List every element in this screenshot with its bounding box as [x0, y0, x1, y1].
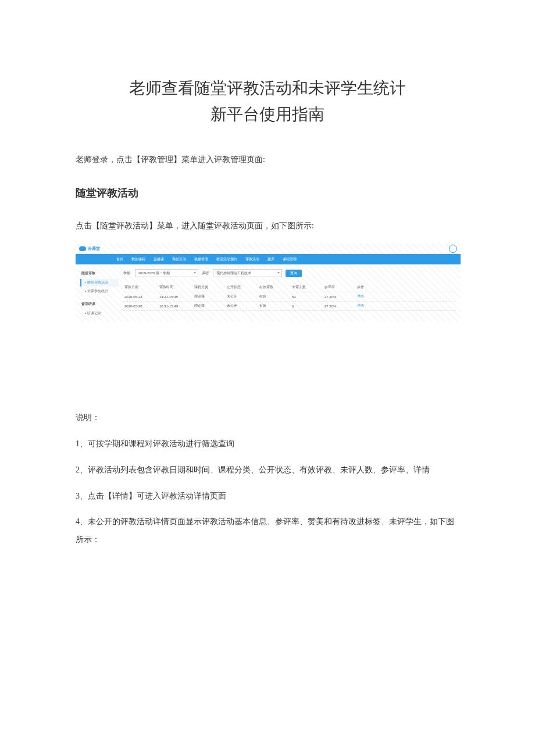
- cell-rate: 27.20%: [324, 304, 357, 308]
- title-line-2: 新平台使用指南: [76, 102, 459, 128]
- note-item: 1、可按学期和课程对评教活动进行筛选查询: [76, 435, 459, 453]
- select-course-value: 现代控制理论工程技术: [216, 271, 251, 275]
- cell-eff: 有效: [259, 303, 292, 309]
- cell-time: 10:31-15:49: [159, 304, 194, 308]
- embedded-screenshot: 云课堂 首页 我的课程 直播课 课堂互动 视频管理 教室活动预约 评教活动 题库…: [76, 243, 461, 322]
- nav-my-courses[interactable]: 我的课程: [131, 257, 145, 262]
- nav-eval[interactable]: 评教活动: [245, 257, 259, 262]
- title-line-1: 老师查看随堂评教活动和未评学生统计: [76, 76, 459, 102]
- note-item: 2、评教活动列表包含评教日期和时间、课程分类、公开状态、有效评教、未评人数、参评…: [76, 461, 459, 479]
- cell-cat: 理论课: [194, 294, 227, 299]
- cell-time: 14:21-15:45: [159, 295, 194, 299]
- document-page: 老师查看随堂评教活动和未评学生统计 新平台使用指南 老师登录，点击【评教管理】菜…: [0, 0, 535, 756]
- filter-bar: 学期: 2019-2020 第二学期 课程: 现代控制理论工程技术 查询: [123, 269, 456, 277]
- cell-open: 未公开: [227, 294, 259, 299]
- detail-link[interactable]: 详情: [357, 294, 380, 299]
- col-eff: 有效评教: [259, 285, 292, 290]
- cell-cat: 理论课: [194, 303, 227, 309]
- app-header: 云课堂: [76, 243, 461, 254]
- cell-no: 6: [292, 304, 324, 308]
- cell-rate: 27.20%: [324, 295, 357, 299]
- select-term-value: 2019-2020 第二学期: [138, 271, 170, 275]
- notes-header: 说明：: [76, 409, 459, 427]
- table-header-row: 评教日期 评教时间 课程分类 公开状态 有效评教 未评人数 参评率 操作: [123, 283, 456, 292]
- app-logo[interactable]: 云课堂: [79, 246, 100, 252]
- cell-date: 2020-05-24: [124, 295, 159, 299]
- col-time: 评教时间: [159, 285, 194, 290]
- nav-interact[interactable]: 课堂互动: [172, 257, 186, 262]
- notes-section: 说明： 1、可按学期和课程对评教活动进行筛选查询 2、评教活动列表包含评教日期和…: [76, 409, 459, 549]
- note-item: 4、未公开的评教活动详情页面显示评教活动基本信息、参评率、赞美和有待改进标签、未…: [76, 513, 459, 549]
- nav-room-booking[interactable]: 教室活动预约: [216, 257, 237, 262]
- sidebar-item-eval-activity[interactable]: • 随堂评教活动: [80, 279, 119, 286]
- note-item: 3、点击【详情】可进入评教活动详情页面: [76, 488, 459, 506]
- nav-live[interactable]: 直播课: [154, 257, 164, 262]
- label-term: 学期:: [123, 271, 131, 276]
- nav-video[interactable]: 视频管理: [194, 257, 208, 262]
- eval-table: 评教日期 评教时间 课程分类 公开状态 有效评教 未评人数 参评率 操作 202…: [123, 283, 456, 311]
- app-body: 随堂评教 • 随堂评教活动 • 未评学生统计 督导听课 • 听课记录 学期: 2…: [76, 264, 461, 322]
- sidebar: 随堂评教 • 随堂评教活动 • 未评学生统计 督导听课 • 听课记录: [80, 269, 119, 317]
- document-title: 老师查看随堂评教活动和未评学生统计 新平台使用指南: [76, 76, 459, 128]
- user-avatar-icon[interactable]: [449, 245, 457, 253]
- col-no: 未评人数: [292, 285, 324, 290]
- col-op: 操作: [357, 285, 380, 290]
- intro-paragraph: 老师登录，点击【评教管理】菜单进入评教管理页面:: [76, 151, 459, 169]
- sidebar-item-listen-record[interactable]: • 听课记录: [80, 310, 119, 317]
- cell-open: 未公开: [227, 303, 259, 309]
- col-open: 公开状态: [227, 285, 259, 290]
- search-button[interactable]: 查询: [286, 270, 302, 277]
- col-date: 评教日期: [124, 285, 159, 290]
- sidebar-group-supervise: 督导听课: [80, 300, 119, 309]
- col-rate: 参评率: [324, 285, 357, 290]
- cell-date: 2020-05-28: [124, 304, 159, 308]
- cell-no: 53: [292, 295, 324, 299]
- logo-text: 云课堂: [88, 246, 100, 252]
- cloud-icon: [79, 246, 86, 251]
- table-row: 2020-05-28 10:31-15:49 理论课 未公开 有效 6 27.2…: [123, 302, 456, 311]
- select-term[interactable]: 2019-2020 第二学期: [135, 269, 198, 277]
- select-course[interactable]: 现代控制理论工程技术: [213, 269, 282, 277]
- section-heading: 随堂评教活动: [76, 186, 459, 200]
- main-panel: 学期: 2019-2020 第二学期 课程: 现代控制理论工程技术 查询 评教日…: [123, 269, 456, 317]
- section-intro: 点击【随堂评教活动】菜单，进入随堂评教活动页面，如下图所示:: [76, 217, 459, 235]
- nav-question-bank[interactable]: 题库: [268, 257, 274, 262]
- sidebar-group-eval: 随堂评教: [80, 269, 119, 278]
- nav-course-mgmt[interactable]: 课程管理: [283, 257, 297, 262]
- cell-eff: 有效: [259, 294, 292, 299]
- label-course: 课程:: [202, 271, 210, 276]
- col-cat: 课程分类: [194, 285, 227, 290]
- top-nav: 首页 我的课程 直播课 课堂互动 视频管理 教室活动预约 评教活动 题库 课程管…: [76, 254, 461, 264]
- detail-link[interactable]: 详情: [357, 303, 380, 309]
- sidebar-item-uneval-students[interactable]: • 未评学生统计: [80, 288, 119, 295]
- nav-home[interactable]: 首页: [116, 257, 123, 262]
- table-row: 2020-05-24 14:21-15:45 理论课 未公开 有效 53 27.…: [123, 292, 456, 302]
